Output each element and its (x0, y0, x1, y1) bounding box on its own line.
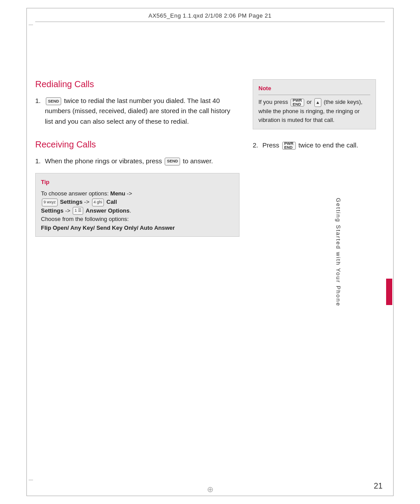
header-bar: AX565_Eng 1.1.qxd 2/1/08 2:06 PM Page 21 (35, 10, 385, 22)
item-text-2: Press PWREND twice to end the call. (262, 140, 376, 150)
key-4ghi: 4 ghi (92, 199, 104, 206)
item-num-1: 1. (35, 96, 45, 126)
nav-up-icon: ▲ (314, 98, 321, 107)
tip-label: Tip (41, 178, 234, 187)
to-answer-text: to answer. (183, 157, 213, 165)
when-text: When the phone rings or vibrates, press (45, 157, 162, 165)
note-label: Note (258, 84, 370, 95)
page-number: 21 (374, 482, 383, 491)
answer-options-label: Answer Options (86, 207, 130, 214)
receiving-item-text: When the phone rings or vibrates, press … (45, 156, 239, 166)
item-text-1: SEND twice to redial the last number you… (45, 96, 239, 126)
receiving-heading: Receiving Calls (35, 140, 239, 150)
red-accent-bar (386, 279, 392, 305)
left-column: Redialing Calls 1. SEND twice to redial … (35, 35, 239, 469)
tip-line1: To choose answer options: Menu -> (41, 190, 132, 197)
pwr-end-button-icon: PWREND (291, 99, 304, 107)
header-text: AX565_Eng 1.1.qxd 2/1/08 2:06 PM Page 21 (148, 12, 271, 19)
settings-label-1: Settings (60, 199, 82, 205)
tip-choose-text: Choose from the following options: (41, 216, 129, 222)
key-9wxyz: 9 wxyz (42, 199, 58, 206)
item-num-2: 2. (253, 140, 262, 150)
send-button-icon: SEND (46, 97, 61, 105)
corner-mark-bl: — (29, 477, 33, 482)
key-1: 1 ☰ (73, 207, 83, 215)
receiving-item-num: 1. (35, 156, 45, 166)
pwr-end-button-icon-2: PWREND (282, 142, 296, 150)
settings-label-2: Settings (41, 207, 63, 214)
call-label: Call (107, 199, 117, 205)
tip-content: To choose answer options: Menu -> 9 wxyz… (41, 189, 234, 232)
receiving-item-1: 1. When the phone rings or vibrates, pre… (35, 156, 239, 166)
note-or-text: or (306, 99, 313, 105)
twice-end-text: twice to end the call. (298, 141, 358, 149)
corner-mark-tl: — (29, 22, 33, 27)
content-area: Redialing Calls 1. SEND twice to redial … (35, 35, 376, 469)
note-box: Note If you press PWREND or ▲ (the side … (253, 79, 376, 129)
redialing-item-2: 2. Press PWREND twice to end the call. (253, 140, 376, 150)
press-label-2: Press (262, 141, 281, 149)
note-if-text: If you press (258, 99, 290, 105)
redialing-item-1: 1. SEND twice to redial the last number … (35, 96, 239, 126)
reg-mark-bottom: ⊕ (207, 485, 214, 494)
right-column: Note If you press PWREND or ▲ (the side … (253, 35, 376, 469)
send-button-icon-2: SEND (165, 158, 180, 166)
note-content: If you press PWREND or ▲ (the side keys)… (258, 98, 370, 125)
tip-box: Tip To choose answer options: Menu -> 9 … (35, 173, 239, 237)
tip-options-text: Flip Open/ Any Key/ Send Key Only/ Auto … (41, 224, 175, 231)
redialing-heading: Redialing Calls (35, 79, 239, 89)
